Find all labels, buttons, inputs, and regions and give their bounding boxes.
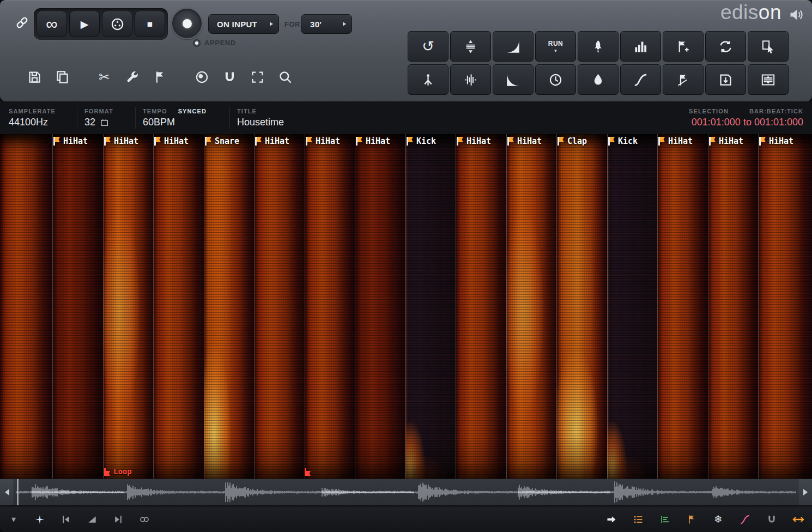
- region-marker[interactable]: HiHat: [53, 137, 88, 146]
- zoom-button[interactable]: [278, 70, 293, 84]
- append-toggle[interactable]: APPEND: [193, 39, 236, 47]
- markers-button[interactable]: [686, 513, 698, 525]
- snap-icon: [766, 514, 777, 525]
- save-button[interactable]: [27, 70, 42, 84]
- fit-stretch-button[interactable]: [792, 513, 804, 525]
- tools-button[interactable]: [125, 70, 140, 84]
- marker-pole: [255, 137, 257, 146]
- send-amp-button[interactable]: [578, 31, 619, 62]
- spectrum-view-button[interactable]: [748, 64, 789, 95]
- slice-marker-icon: [676, 72, 690, 87]
- region-marker[interactable]: HiHat: [154, 137, 189, 146]
- select-region-button[interactable]: [250, 70, 265, 84]
- spectral-segment: [708, 134, 758, 479]
- preview-button[interactable]: [195, 70, 209, 84]
- time-stretch-icon: [548, 72, 563, 87]
- copy-button[interactable]: [55, 70, 70, 84]
- loop-tools-button[interactable]: [705, 31, 746, 62]
- region-boundary: [305, 134, 305, 479]
- region-marker[interactable]: HiHat: [709, 137, 743, 146]
- insert-marker-button[interactable]: [663, 31, 704, 62]
- region-marker[interactable]: HiHat: [306, 137, 340, 146]
- top-toolbar: ∞▶■ ON INPUT FOR 30' APPEND ✂ edis on ↺R…: [0, 0, 812, 101]
- claw-tool-button[interactable]: [408, 64, 449, 95]
- region-marker[interactable]: Kick: [608, 137, 638, 146]
- add-marker-icon: [153, 70, 167, 84]
- event-list-button[interactable]: [632, 513, 644, 525]
- region-marker[interactable]: Snare: [205, 137, 239, 146]
- spectrogram-view[interactable]: HiHatHiHatHiHatSnareHiHatHiHatHiHatKickH…: [0, 134, 812, 479]
- region-marker[interactable]: Kick: [407, 137, 436, 146]
- region-marker[interactable]: HiHat: [255, 137, 289, 146]
- blur-button[interactable]: [578, 64, 619, 95]
- slide-curve-button[interactable]: [739, 513, 751, 525]
- record-button[interactable]: [171, 8, 203, 39]
- cut-button[interactable]: ✂: [97, 70, 112, 84]
- freeze-button[interactable]: ❄: [712, 513, 724, 525]
- edison-window: ∞▶■ ON INPUT FOR 30' APPEND ✂ edis on ↺R…: [0, 0, 812, 532]
- region-marker[interactable]: HiHat: [507, 137, 542, 146]
- region-marker[interactable]: HiHat: [457, 137, 491, 146]
- marker-label: HiHat: [466, 137, 491, 146]
- synced-label[interactable]: SYNCED: [178, 108, 207, 114]
- fade-out-button[interactable]: [493, 64, 534, 95]
- title-value[interactable]: Housetime: [237, 117, 689, 128]
- record-source-button[interactable]: [102, 11, 132, 37]
- drag-copy-button[interactable]: [748, 31, 789, 62]
- loop-record-button[interactable]: ∞: [37, 11, 67, 37]
- loop-marker[interactable]: [305, 468, 311, 476]
- region-marker[interactable]: HiHat: [658, 137, 693, 146]
- link-button[interactable]: [13, 15, 31, 33]
- run-script-button[interactable]: RUN▼: [535, 31, 576, 62]
- region-marker[interactable]: Clap: [558, 137, 587, 146]
- add-marker-button[interactable]: [153, 70, 167, 84]
- record-duration-select[interactable]: 30': [301, 14, 352, 34]
- envelopes-button[interactable]: [659, 513, 671, 525]
- tempo-value[interactable]: 60BPM: [143, 117, 222, 128]
- undo-history-button[interactable]: ↺: [408, 31, 449, 62]
- snap-button[interactable]: [766, 513, 778, 525]
- fade-in-button[interactable]: [493, 31, 534, 62]
- marker-flag-icon: [660, 137, 665, 142]
- time-stretch-button[interactable]: [535, 64, 576, 95]
- spectral-segment: [103, 134, 153, 479]
- send-right-button[interactable]: [605, 513, 617, 525]
- stats-button[interactable]: [620, 31, 661, 62]
- link-playback-button[interactable]: [138, 513, 150, 525]
- spectrum-toggle-button[interactable]: [34, 513, 46, 525]
- more-options-button[interactable]: ▾: [8, 513, 20, 525]
- next-marker-button[interactable]: [112, 513, 124, 525]
- spectral-segment: [456, 134, 506, 479]
- marker-flag-icon: [761, 137, 766, 142]
- chevron-right-icon: [343, 22, 346, 26]
- snap-button[interactable]: [222, 70, 237, 84]
- region-marker[interactable]: HiHat: [356, 137, 390, 146]
- playhead[interactable]: [17, 479, 19, 505]
- region-marker[interactable]: HiHat: [759, 137, 793, 146]
- loop-marker[interactable]: Loop: [104, 468, 132, 476]
- record-mode-select[interactable]: ON INPUT: [208, 14, 279, 34]
- undo-history-icon: ↺: [422, 39, 434, 54]
- format-value[interactable]: 32: [84, 117, 128, 128]
- logo-text-secondary: on: [759, 1, 781, 24]
- declick-button[interactable]: [450, 64, 491, 95]
- more-options-icon: ▾: [11, 515, 16, 524]
- normalize-button[interactable]: [450, 31, 491, 62]
- save-sample-button[interactable]: [705, 64, 746, 95]
- waveform-overview[interactable]: [0, 479, 812, 506]
- region-marker[interactable]: HiHat: [104, 137, 138, 146]
- smooth-button[interactable]: [620, 64, 661, 95]
- save-sample-icon: [718, 72, 733, 87]
- speaker-icon: [789, 7, 805, 23]
- scroll-left-button[interactable]: [0, 479, 14, 505]
- samplerate-value[interactable]: 44100Hz: [9, 117, 70, 128]
- marker-label: HiHat: [63, 137, 88, 146]
- slide-tool-button[interactable]: [86, 513, 98, 525]
- stop-button[interactable]: ■: [135, 11, 165, 37]
- previous-marker-button[interactable]: [60, 513, 72, 525]
- slice-marker-button[interactable]: [663, 64, 704, 95]
- waveform-preview[interactable]: [14, 479, 798, 505]
- scroll-right-button[interactable]: [798, 479, 812, 505]
- play-button[interactable]: ▶: [69, 11, 100, 37]
- marker-pole: [658, 137, 660, 146]
